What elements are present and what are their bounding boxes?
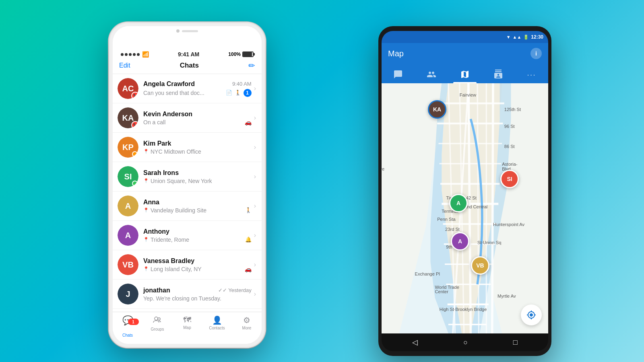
tab-label-map: Map	[183, 325, 191, 330]
chat-name-jonathan: jonathan	[143, 287, 170, 294]
avatar-kim: KP	[118, 137, 138, 158]
android-tab-contacts[interactable]	[481, 66, 515, 83]
tab-label-chats: Chats	[122, 333, 133, 337]
svg-text:96 St: 96 St	[504, 124, 515, 129]
svg-line-25	[492, 83, 493, 333]
recents-button[interactable]: □	[513, 338, 518, 347]
chat-msg-sarah: 📍 Union Square, New York	[143, 178, 212, 184]
wifi-icon: ▼	[506, 35, 511, 39]
status-time: 9:41 AM	[178, 51, 199, 58]
chat-item-anna[interactable]: A Anna 📍 Vandelay Building Site 🚶	[113, 191, 262, 221]
battery-icon	[242, 51, 254, 57]
map-pin-1: KA	[428, 100, 446, 119]
tab-groups[interactable]: Groups	[142, 315, 172, 331]
svg-point-0	[155, 317, 158, 320]
car-icon-vanessa: 🚗	[245, 266, 252, 272]
signal-area: 📶	[121, 51, 149, 58]
edit-button[interactable]: Edit	[119, 62, 130, 69]
chat-msg-kevin: On a call	[143, 119, 165, 125]
android-tab-more[interactable]: ···	[515, 66, 548, 83]
chat-item-kim[interactable]: KP Kim Park 📍 NYC Midtown Office ›	[113, 133, 262, 162]
tab-badge-chats: 1	[128, 319, 139, 325]
ios-tabbar: 💬 1 Chats	[113, 312, 262, 344]
svg-text:23rd St: 23rd St	[445, 227, 460, 232]
avatar-jonathan: J	[118, 284, 138, 304]
chat-item-sarah[interactable]: SI Sarah Irons 📍 Union Square, New York …	[113, 162, 262, 191]
svg-text:Center: Center	[435, 289, 449, 294]
chat-time-jonathan: ✓✓ Yesterday	[218, 287, 252, 293]
chat-msg-vanessa: 📍 Long Island City, NY	[143, 266, 202, 272]
android-tab-groups[interactable]	[415, 66, 448, 83]
tab-icon-contacts: 👤	[212, 315, 222, 325]
avatar-vanessa: VB	[118, 254, 138, 275]
map-container: Fairview 125th St 96 St 86 St Astoria- B…	[382, 83, 548, 333]
chevron-vanessa: ›	[254, 261, 256, 268]
avatar-angela: AC 📞	[118, 78, 138, 99]
chat-msg-anna: 📍 Vandelay Building Site	[143, 207, 206, 214]
camera-dot	[176, 29, 180, 33]
map-title: Map	[388, 49, 404, 58]
android-phone: ▼ ▲▲ 🔋 12:30 Map i	[378, 26, 551, 356]
compose-button[interactable]: ✏	[248, 61, 255, 70]
svg-text:Myrtle Av: Myrtle Av	[497, 294, 516, 298]
back-button[interactable]: ◁	[412, 338, 418, 347]
map-area: Fairview 125th St 96 St 86 St Astoria- B…	[382, 83, 548, 333]
svg-text:Exchange Pl: Exchange Pl	[415, 272, 440, 276]
chat-name-kim: Kim Park	[143, 140, 171, 147]
tab-contacts[interactable]: 👤 Contacts	[202, 315, 232, 330]
avatar-sarah: SI	[118, 166, 138, 187]
tab-chats[interactable]: 💬 1 Chats	[113, 315, 142, 337]
svg-text:125th St: 125th St	[504, 107, 521, 112]
location-fab[interactable]	[521, 304, 542, 325]
svg-text:St·Union Sq: St·Union Sq	[477, 240, 501, 245]
android-toolbar: Map i	[382, 43, 548, 64]
ios-notch	[113, 26, 262, 50]
chat-msg-jonathan: Yep. We're closing on Tuesday.	[143, 295, 221, 302]
svg-text:Penn Sta: Penn Sta	[437, 217, 456, 222]
chat-name-vanessa: Vanessa Bradley	[143, 257, 194, 265]
android-tab-chat[interactable]	[382, 66, 415, 83]
home-button[interactable]: ○	[463, 338, 468, 347]
chevron-angela: ›	[254, 85, 256, 92]
battery-area: 100%	[228, 51, 254, 57]
chevron-kevin: ›	[254, 114, 256, 121]
chat-name-anthony: Anthony	[143, 228, 169, 235]
camera-line	[182, 30, 198, 32]
chat-item-vanessa[interactable]: VB Vanessa Bradley 📍 Long Island City, N…	[113, 250, 262, 280]
map-pin-4: A	[451, 232, 469, 251]
battery-icon-android: 🔋	[523, 35, 529, 40]
tab-more[interactable]: ⚙ More	[232, 315, 262, 330]
chevron-anthony: ›	[254, 232, 256, 239]
tab-icon-map: 🗺	[183, 315, 191, 325]
chat-item-angela[interactable]: AC 📞 Angela Crawford 9:40 AM Can y	[113, 74, 262, 103]
chat-item-kevin[interactable]: KA 📞 Kevin Anderson On a call	[113, 103, 262, 133]
ios-status-bar: 📶 9:41 AM 100%	[113, 50, 262, 59]
signal-dot-3	[129, 53, 132, 56]
svg-text:Hunterspoint Av: Hunterspoint Av	[493, 222, 525, 227]
scene: 📶 9:41 AM 100% Edit Chats	[60, 14, 584, 348]
chat-name-kevin: Kevin Anderson	[143, 111, 192, 118]
android-tab-map[interactable]	[448, 66, 482, 83]
ios-phone: 📶 9:41 AM 100% Edit Chats	[109, 22, 266, 348]
info-button[interactable]: i	[530, 48, 542, 59]
chat-name-angela: Angela Crawford	[143, 80, 195, 88]
chats-header: Edit Chats ✏	[113, 59, 262, 74]
chat-list: AC 📞 Angela Crawford 9:40 AM Can y	[113, 74, 262, 344]
chat-item-jonathan[interactable]: J jonathan ✓✓ Yesterday Yep. We're closi…	[113, 280, 262, 309]
status-dot-kim	[132, 151, 138, 157]
svg-text:Ave: Ave	[382, 167, 384, 171]
map-pin-3: A	[449, 194, 468, 212]
chat-time-angela: 9:40 AM	[232, 81, 252, 87]
svg-text:86 St: 86 St	[504, 144, 515, 149]
chevron-anna: ›	[254, 202, 256, 210]
svg-point-1	[158, 318, 160, 320]
chat-msg-anthony: 📍 Tridente, Rome	[143, 237, 189, 243]
map-pin-2: SI	[500, 170, 519, 188]
tab-label-more: More	[242, 326, 252, 330]
chat-item-anthony[interactable]: A Anthony 📍 Tridente, Rome 🔔	[113, 221, 262, 250]
tab-map[interactable]: 🗺 Map	[172, 315, 202, 330]
android-tab-bar: ···	[382, 64, 548, 83]
car-icon-kevin: 🚗	[245, 119, 252, 125]
android-time: 12:30	[531, 34, 543, 40]
walk-icon-angela: 🚶	[235, 90, 241, 96]
